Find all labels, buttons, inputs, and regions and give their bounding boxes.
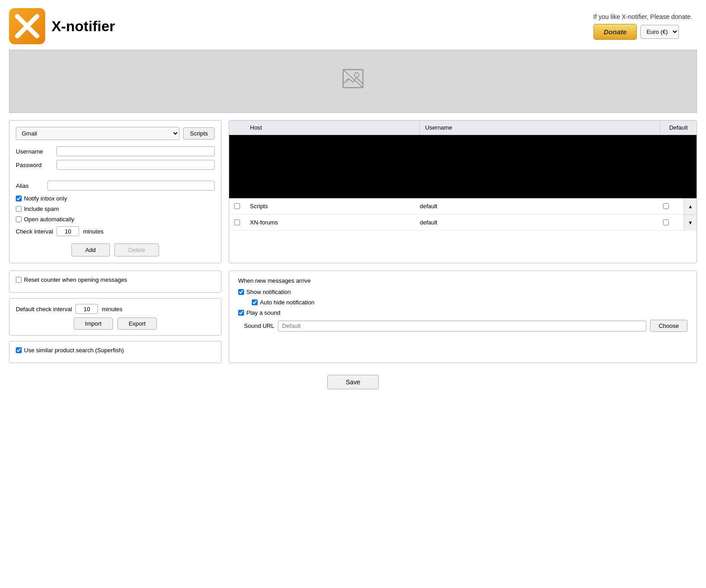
password-label: Password [16,162,56,168]
open-auto-checkbox[interactable] [16,216,22,222]
currency-select[interactable]: Euro (€) USD ($) GBP (£) [640,25,679,39]
default-interval-suffix: minutes [102,306,122,313]
messages-section-title: When new messages arrive [238,277,687,284]
row2-host: XN-forums [245,217,414,228]
save-row: Save [0,370,706,398]
account-row: Gmail Yahoo Hotmail Scripts [16,127,215,140]
app-logo [9,8,45,44]
include-spam-row: Include spam [16,205,215,212]
check-interval-row: Check interval 10 minutes [16,226,215,236]
notify-inbox-row: Notify inbox only [16,195,215,202]
show-notification-checkbox[interactable] [238,289,244,295]
play-sound-row: Play a sound [238,309,687,316]
check-interval-label: Check interval [16,228,53,235]
table-row: Scripts default [229,198,684,215]
username-input[interactable] [56,146,215,156]
th-check [229,121,245,135]
open-auto-label: Open automatically [24,216,74,223]
superfish-checkbox[interactable] [16,347,22,353]
row2-default-checkbox[interactable] [663,219,669,225]
table-black-area [229,135,697,198]
bottom-left: Reset counter when opening messages Defa… [9,271,221,363]
check-interval-suffix: minutes [83,228,104,235]
donate-button[interactable]: Donate [593,24,637,40]
row1-default[interactable] [648,203,684,209]
row1-default-checkbox[interactable] [663,203,669,209]
auto-hide-row: Auto hide notification [238,299,687,306]
username-label: Username [16,148,56,155]
left-panel: Gmail Yahoo Hotmail Scripts Username Pas… [9,120,221,263]
notify-inbox-label: Notify inbox only [24,195,67,202]
header-left: X-notifier [9,8,115,44]
reset-counter-row: Reset counter when opening messages [16,276,215,283]
check-interval-input[interactable]: 10 [56,226,79,236]
scroll-buttons: ▲ ▼ [684,198,697,231]
reset-counter-panel: Reset counter when opening messages [9,271,221,293]
open-auto-row: Open automatically [16,216,215,223]
default-interval-input[interactable]: 10 [75,304,98,314]
include-spam-checkbox[interactable] [16,206,22,212]
play-sound-label: Play a sound [246,309,280,316]
banner-area: ? [9,50,697,113]
password-row: Password [16,160,215,170]
sound-url-label: Sound URL [238,322,274,329]
auto-hide-checkbox[interactable] [252,299,258,305]
username-row: Username [16,146,215,156]
auto-hide-label: Auto hide notification [260,299,315,306]
th-host: Host [245,121,420,135]
notify-inbox-checkbox[interactable] [16,196,22,201]
row2-check[interactable] [229,219,245,225]
delete-button[interactable]: Delete [114,243,160,257]
alias-input[interactable] [47,181,215,191]
table-rows-with-scroll: Scripts default XN-forums default ▲ ▼ [229,198,697,231]
sound-url-input[interactable] [278,321,646,331]
alias-label: Alias [16,182,47,189]
superfish-panel: Use similar product search (Superfish) [9,341,221,363]
scripts-button[interactable]: Scripts [183,127,215,140]
show-notification-row: Show notification [238,289,687,295]
superfish-row: Use similar product search (Superfish) [16,347,215,354]
superfish-label: Use similar product search (Superfish) [24,347,124,354]
account-select[interactable]: Gmail Yahoo Hotmail [16,127,179,140]
header-controls: Donate Euro (€) USD ($) GBP (£) [593,24,692,40]
include-spam-label: Include spam [24,205,59,212]
row1-check[interactable] [229,203,245,209]
right-panel: Host Username Default Scripts default XN… [229,120,697,263]
table-row: XN-forums default [229,215,684,231]
table-rows: Scripts default XN-forums default [229,198,684,231]
show-notification-label: Show notification [246,289,291,295]
donate-text: If you like X-notifier, Please donate. [593,13,692,20]
scroll-up-button[interactable]: ▲ [684,198,697,215]
broken-image-icon: ? [341,67,365,96]
import-export-row: Import Export [16,317,215,330]
sound-url-row: Sound URL Choose [238,320,687,332]
add-delete-row: Add Delete [16,243,215,257]
export-button[interactable]: Export [118,317,157,330]
header-right: If you like X-notifier, Please donate. D… [593,13,692,40]
reset-counter-checkbox[interactable] [16,277,22,283]
th-username: Username [420,121,661,135]
save-button[interactable]: Save [327,375,379,389]
row1-checkbox[interactable] [234,203,240,209]
logo-icon [14,13,41,40]
row2-default[interactable] [648,219,684,225]
scroll-down-button[interactable]: ▼ [684,215,697,231]
play-sound-checkbox[interactable] [238,310,244,316]
main-content: Gmail Yahoo Hotmail Scripts Username Pas… [0,120,706,263]
alias-row: Alias [16,181,215,191]
default-interval-label: Default check interval [16,306,72,313]
row2-checkbox[interactable] [234,219,240,225]
app-title: X-notifier [52,18,115,35]
import-button[interactable]: Import [74,317,113,330]
default-interval-panel: Default check interval 10 minutes Import… [9,298,221,336]
reset-counter-label: Reset counter when opening messages [24,276,127,283]
row2-username: default [414,217,648,228]
choose-button[interactable]: Choose [650,320,687,332]
th-default: Default [660,121,697,135]
row1-username: default [414,201,648,211]
bottom-section: Reset counter when opening messages Defa… [0,271,706,363]
row1-host: Scripts [245,201,414,211]
password-input[interactable] [56,160,215,170]
add-button[interactable]: Add [71,243,110,257]
svg-point-5 [354,73,359,77]
